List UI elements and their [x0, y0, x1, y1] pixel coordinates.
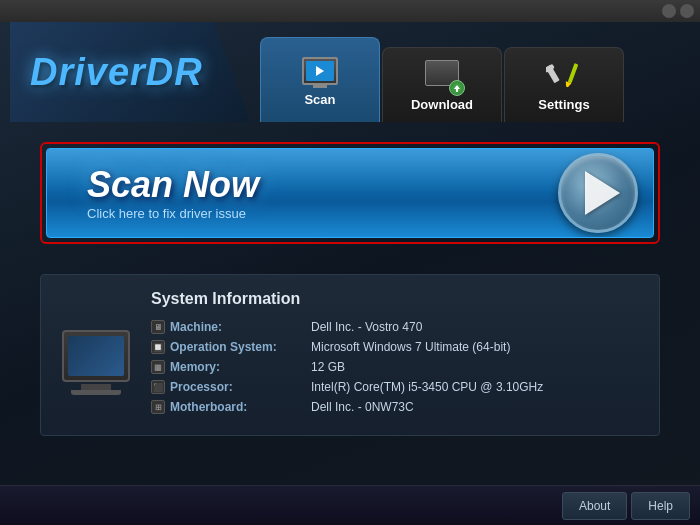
motherboard-icon: ⊞: [151, 400, 165, 414]
processor-label: ⬛ Processor:: [151, 380, 311, 394]
nav-tabs: Scan Download: [260, 22, 624, 122]
tab-settings[interactable]: Settings: [504, 47, 624, 122]
play-arrow-icon: [585, 171, 620, 215]
settings-tab-icon: [544, 58, 584, 93]
download-tab-icon: [422, 58, 462, 93]
minimize-button[interactable]: −: [662, 4, 676, 18]
system-info-title: System Information: [151, 290, 644, 308]
info-row-machine: 🖥 Machine: Dell Inc. - Vostro 470: [151, 320, 644, 334]
system-info-content: System Information 🖥 Machine: Dell Inc. …: [151, 290, 644, 420]
os-icon: 🔲: [151, 340, 165, 354]
processor-icon: ⬛: [151, 380, 165, 394]
settings-icon-wrap: [545, 60, 583, 92]
download-tab-label: Download: [411, 97, 473, 112]
download-arrow-circle: [449, 80, 465, 96]
os-label: 🔲 Operation System:: [151, 340, 311, 354]
motherboard-label: ⊞ Motherboard:: [151, 400, 311, 414]
pc-monitor-icon: [62, 330, 130, 382]
info-row-processor: ⬛ Processor: Intel(R) Core(TM) i5-3450 C…: [151, 380, 644, 394]
machine-label: 🖥 Machine:: [151, 320, 311, 334]
app-logo: DriverDR: [30, 51, 203, 94]
scan-tab-icon: [300, 53, 340, 88]
scan-now-subtitle: Click here to fix driver issue: [87, 206, 259, 221]
monitor-icon: [302, 57, 338, 85]
footer: About Help: [0, 485, 700, 525]
processor-value: Intel(R) Core(TM) i5-3450 CPU @ 3.10GHz: [311, 380, 543, 394]
download-icon-wrap: [423, 60, 461, 92]
machine-value: Dell Inc. - Vostro 470: [311, 320, 422, 334]
scan-arrow-icon: [316, 66, 324, 76]
svg-rect-3: [568, 63, 579, 83]
pc-illustration: [62, 330, 130, 395]
info-row-motherboard: ⊞ Motherboard: Dell Inc. - 0NW73C: [151, 400, 644, 414]
wrench-screwdriver-icon: [546, 60, 582, 92]
scan-now-title: Scan Now: [87, 165, 259, 205]
memory-value: 12 GB: [311, 360, 345, 374]
pc-base-icon: [71, 390, 121, 395]
about-button[interactable]: About: [562, 492, 627, 520]
logo-area: DriverDR: [10, 22, 250, 122]
content-area: Scan Now Click here to fix driver issue: [0, 122, 700, 456]
tab-download[interactable]: Download: [382, 47, 502, 122]
title-bar: − ✕: [0, 0, 700, 22]
pc-screen-icon: [68, 336, 124, 376]
system-info-section: System Information 🖥 Machine: Dell Inc. …: [40, 274, 660, 436]
motherboard-value: Dell Inc. - 0NW73C: [311, 400, 414, 414]
scan-tab-label: Scan: [304, 92, 335, 107]
help-button[interactable]: Help: [631, 492, 690, 520]
memory-icon: ▦: [151, 360, 165, 374]
main-container: DriverDR Scan: [0, 22, 700, 525]
monitor-screen: [306, 61, 334, 81]
memory-label: ▦ Memory:: [151, 360, 311, 374]
scan-arrow-button[interactable]: [558, 153, 638, 233]
settings-tab-label: Settings: [538, 97, 589, 112]
scan-now-wrapper: Scan Now Click here to fix driver issue: [40, 142, 660, 244]
info-row-memory: ▦ Memory: 12 GB: [151, 360, 644, 374]
computer-visual: [56, 305, 136, 420]
os-value: Microsoft Windows 7 Ultimate (64-bit): [311, 340, 510, 354]
scan-now-text-area: Scan Now Click here to fix driver issue: [87, 165, 259, 222]
info-row-os: 🔲 Operation System: Microsoft Windows 7 …: [151, 340, 644, 354]
close-button[interactable]: ✕: [680, 4, 694, 18]
svg-marker-0: [454, 85, 460, 92]
scan-now-button[interactable]: Scan Now Click here to fix driver issue: [46, 148, 654, 238]
tab-scan[interactable]: Scan: [260, 37, 380, 122]
machine-icon: 🖥: [151, 320, 165, 334]
header: DriverDR Scan: [0, 22, 700, 122]
